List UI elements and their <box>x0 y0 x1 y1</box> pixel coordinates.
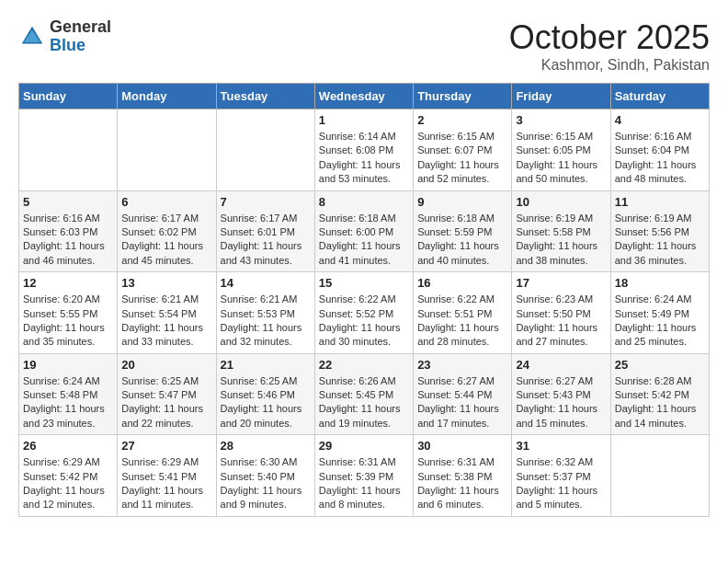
day-of-week-header: Friday <box>512 84 610 109</box>
day-info: Sunrise: 6:31 AMSunset: 5:38 PMDaylight:… <box>417 455 507 512</box>
calendar-cell <box>19 109 118 191</box>
day-info: Sunrise: 6:28 AMSunset: 5:42 PMDaylight:… <box>615 374 705 431</box>
day-number: 14 <box>221 276 311 290</box>
calendar-cell: 14Sunrise: 6:21 AMSunset: 5:53 PMDayligh… <box>216 272 314 354</box>
day-info: Sunrise: 6:18 AMSunset: 6:00 PMDaylight:… <box>319 212 409 269</box>
day-number: 8 <box>319 195 409 209</box>
day-info: Sunrise: 6:21 AMSunset: 5:54 PMDaylight:… <box>121 293 211 350</box>
day-number: 15 <box>319 276 409 290</box>
day-of-week-header: Tuesday <box>216 84 314 109</box>
day-number: 18 <box>615 276 705 290</box>
day-number: 31 <box>516 439 606 453</box>
calendar-week-row: 12Sunrise: 6:20 AMSunset: 5:55 PMDayligh… <box>19 272 710 354</box>
calendar-cell: 29Sunrise: 6:31 AMSunset: 5:39 PMDayligh… <box>314 435 413 517</box>
day-number: 22 <box>319 358 409 372</box>
day-info: Sunrise: 6:27 AMSunset: 5:43 PMDaylight:… <box>516 374 606 431</box>
day-number: 1 <box>319 113 409 127</box>
day-info: Sunrise: 6:32 AMSunset: 5:37 PMDaylight:… <box>516 455 606 512</box>
day-number: 16 <box>417 276 507 290</box>
calendar-cell: 11Sunrise: 6:19 AMSunset: 5:56 PMDayligh… <box>610 190 709 272</box>
calendar-cell <box>216 109 314 191</box>
location: Kashmor, Sindh, Pakistan <box>509 57 710 74</box>
calendar-cell: 19Sunrise: 6:24 AMSunset: 5:48 PMDayligh… <box>19 353 118 435</box>
calendar-cell: 13Sunrise: 6:21 AMSunset: 5:54 PMDayligh… <box>118 272 216 354</box>
day-number: 2 <box>417 113 507 127</box>
month-title: October 2025 <box>509 18 710 57</box>
day-info: Sunrise: 6:15 AMSunset: 6:05 PMDaylight:… <box>516 130 606 187</box>
calendar-week-row: 19Sunrise: 6:24 AMSunset: 5:48 PMDayligh… <box>19 353 710 435</box>
logo-general-text: General <box>50 18 111 37</box>
day-number: 9 <box>417 195 507 209</box>
calendar-week-row: 5Sunrise: 6:16 AMSunset: 6:03 PMDaylight… <box>19 190 710 272</box>
calendar-cell: 9Sunrise: 6:18 AMSunset: 5:59 PMDaylight… <box>414 190 512 272</box>
day-info: Sunrise: 6:26 AMSunset: 5:45 PMDaylight:… <box>319 374 409 431</box>
day-info: Sunrise: 6:16 AMSunset: 6:03 PMDaylight:… <box>23 212 113 269</box>
calendar-cell: 10Sunrise: 6:19 AMSunset: 5:58 PMDayligh… <box>512 190 610 272</box>
day-info: Sunrise: 6:16 AMSunset: 6:04 PMDaylight:… <box>615 130 705 187</box>
day-info: Sunrise: 6:30 AMSunset: 5:40 PMDaylight:… <box>221 455 311 512</box>
day-info: Sunrise: 6:18 AMSunset: 5:59 PMDaylight:… <box>417 212 507 269</box>
calendar-cell: 28Sunrise: 6:30 AMSunset: 5:40 PMDayligh… <box>216 435 314 517</box>
day-info: Sunrise: 6:15 AMSunset: 6:07 PMDaylight:… <box>417 130 507 187</box>
day-number: 29 <box>319 439 409 453</box>
day-info: Sunrise: 6:24 AMSunset: 5:48 PMDaylight:… <box>23 374 113 431</box>
day-number: 5 <box>23 195 113 209</box>
day-info: Sunrise: 6:22 AMSunset: 5:52 PMDaylight:… <box>319 293 409 350</box>
day-of-week-header: Sunday <box>19 84 118 109</box>
day-info: Sunrise: 6:25 AMSunset: 5:46 PMDaylight:… <box>221 374 311 431</box>
day-number: 27 <box>121 439 211 453</box>
calendar-cell: 27Sunrise: 6:29 AMSunset: 5:41 PMDayligh… <box>118 435 216 517</box>
calendar-cell <box>118 109 216 191</box>
calendar-cell: 1Sunrise: 6:14 AMSunset: 6:08 PMDaylight… <box>314 109 413 191</box>
calendar-cell: 26Sunrise: 6:29 AMSunset: 5:42 PMDayligh… <box>19 435 118 517</box>
day-info: Sunrise: 6:22 AMSunset: 5:51 PMDaylight:… <box>417 293 507 350</box>
day-number: 24 <box>516 358 606 372</box>
day-number: 19 <box>23 358 113 372</box>
day-info: Sunrise: 6:20 AMSunset: 5:55 PMDaylight:… <box>23 293 113 350</box>
day-number: 17 <box>516 276 606 290</box>
day-info: Sunrise: 6:23 AMSunset: 5:50 PMDaylight:… <box>516 293 606 350</box>
day-number: 4 <box>615 113 705 127</box>
calendar-table: SundayMondayTuesdayWednesdayThursdayFrid… <box>18 83 710 517</box>
calendar-cell: 24Sunrise: 6:27 AMSunset: 5:43 PMDayligh… <box>512 353 610 435</box>
calendar-cell: 17Sunrise: 6:23 AMSunset: 5:50 PMDayligh… <box>512 272 610 354</box>
day-of-week-header: Thursday <box>414 84 512 109</box>
day-info: Sunrise: 6:29 AMSunset: 5:42 PMDaylight:… <box>23 455 113 512</box>
day-info: Sunrise: 6:17 AMSunset: 6:01 PMDaylight:… <box>221 212 311 269</box>
day-info: Sunrise: 6:14 AMSunset: 6:08 PMDaylight:… <box>319 130 409 187</box>
day-info: Sunrise: 6:17 AMSunset: 6:02 PMDaylight:… <box>121 212 211 269</box>
calendar-cell: 6Sunrise: 6:17 AMSunset: 6:02 PMDaylight… <box>118 190 216 272</box>
calendar-cell: 21Sunrise: 6:25 AMSunset: 5:46 PMDayligh… <box>216 353 314 435</box>
day-number: 23 <box>417 358 507 372</box>
day-number: 3 <box>516 113 606 127</box>
day-number: 6 <box>121 195 211 209</box>
calendar-cell: 18Sunrise: 6:24 AMSunset: 5:49 PMDayligh… <box>610 272 709 354</box>
day-number: 30 <box>417 439 507 453</box>
day-info: Sunrise: 6:25 AMSunset: 5:47 PMDaylight:… <box>121 374 211 431</box>
day-of-week-header: Saturday <box>610 84 709 109</box>
day-info: Sunrise: 6:29 AMSunset: 5:41 PMDaylight:… <box>121 455 211 512</box>
calendar-cell: 5Sunrise: 6:16 AMSunset: 6:03 PMDaylight… <box>19 190 118 272</box>
calendar-cell: 22Sunrise: 6:26 AMSunset: 5:45 PMDayligh… <box>314 353 413 435</box>
calendar-cell: 12Sunrise: 6:20 AMSunset: 5:55 PMDayligh… <box>19 272 118 354</box>
day-info: Sunrise: 6:31 AMSunset: 5:39 PMDaylight:… <box>319 455 409 512</box>
logo-blue-text: Blue <box>50 37 111 55</box>
day-number: 28 <box>221 439 311 453</box>
day-info: Sunrise: 6:19 AMSunset: 5:56 PMDaylight:… <box>615 212 705 269</box>
calendar-cell: 30Sunrise: 6:31 AMSunset: 5:38 PMDayligh… <box>414 435 512 517</box>
calendar-cell: 23Sunrise: 6:27 AMSunset: 5:44 PMDayligh… <box>414 353 512 435</box>
day-info: Sunrise: 6:24 AMSunset: 5:49 PMDaylight:… <box>615 293 705 350</box>
calendar-cell: 7Sunrise: 6:17 AMSunset: 6:01 PMDaylight… <box>216 190 314 272</box>
day-number: 21 <box>221 358 311 372</box>
calendar-cell <box>610 435 709 517</box>
calendar-cell: 15Sunrise: 6:22 AMSunset: 5:52 PMDayligh… <box>314 272 413 354</box>
title-block: October 2025 Kashmor, Sindh, Pakistan <box>509 18 710 74</box>
day-info: Sunrise: 6:21 AMSunset: 5:53 PMDaylight:… <box>221 293 311 350</box>
calendar-cell: 16Sunrise: 6:22 AMSunset: 5:51 PMDayligh… <box>414 272 512 354</box>
calendar-cell: 4Sunrise: 6:16 AMSunset: 6:04 PMDaylight… <box>610 109 709 191</box>
day-number: 10 <box>516 195 606 209</box>
day-of-week-header: Wednesday <box>314 84 413 109</box>
calendar-cell: 25Sunrise: 6:28 AMSunset: 5:42 PMDayligh… <box>610 353 709 435</box>
page-header: General Blue October 2025 Kashmor, Sindh… <box>18 18 710 74</box>
day-number: 12 <box>23 276 113 290</box>
